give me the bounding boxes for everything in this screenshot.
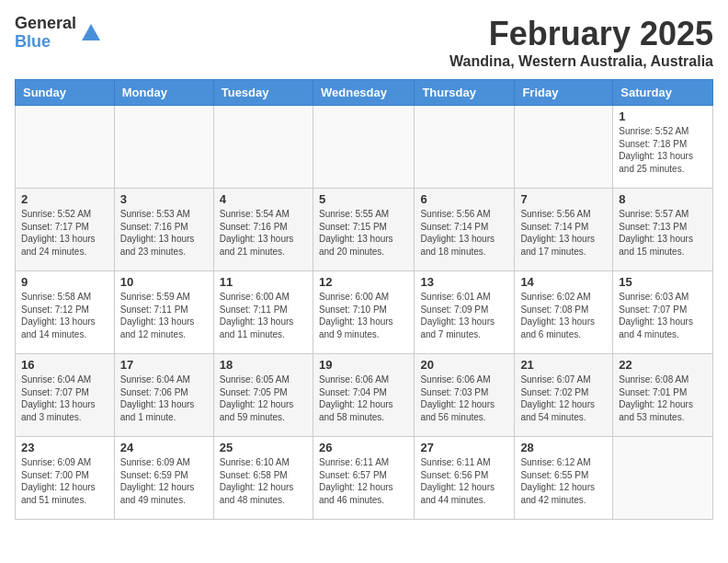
day-info: Sunrise: 5:59 AM Sunset: 7:11 PM Dayligh… [120,291,208,340]
calendar-cell: 18Sunrise: 6:05 AM Sunset: 7:05 PM Dayli… [213,354,313,437]
day-header-wednesday: Wednesday [313,80,414,106]
day-info: Sunrise: 5:52 AM Sunset: 7:18 PM Dayligh… [619,125,707,175]
day-info: Sunrise: 6:00 AM Sunset: 7:10 PM Dayligh… [319,291,408,340]
calendar-cell: 21Sunrise: 6:07 AM Sunset: 7:02 PM Dayli… [515,354,613,437]
page-header: General Blue February 2025 Wandina, West… [15,15,713,70]
day-info: Sunrise: 6:06 AM Sunset: 7:03 PM Dayligh… [420,373,508,423]
calendar-cell [16,106,115,189]
calendar-cell [515,106,613,189]
location-title: Wandina, Western Australia, Australia [449,53,713,70]
calendar-header-row: SundayMondayTuesdayWednesdayThursdayFrid… [16,80,713,106]
svg-marker-0 [82,24,100,40]
day-number: 15 [619,275,707,289]
week-row-5: 23Sunrise: 6:09 AM Sunset: 7:00 PM Dayli… [16,437,713,520]
day-number: 2 [21,192,108,206]
day-info: Sunrise: 5:54 AM Sunset: 7:16 PM Dayligh… [220,208,307,258]
day-info: Sunrise: 6:07 AM Sunset: 7:02 PM Dayligh… [520,373,607,423]
calendar-cell: 24Sunrise: 6:09 AM Sunset: 6:59 PM Dayli… [114,437,213,520]
day-info: Sunrise: 6:11 AM Sunset: 6:56 PM Dayligh… [420,456,508,506]
day-number: 4 [220,192,307,206]
day-number: 25 [220,441,307,454]
calendar-cell: 28Sunrise: 6:12 AM Sunset: 6:55 PM Dayli… [515,437,613,520]
day-number: 17 [120,358,208,372]
day-header-tuesday: Tuesday [213,80,313,106]
calendar-cell: 12Sunrise: 6:00 AM Sunset: 7:10 PM Dayli… [313,271,414,354]
calendar-cell: 2Sunrise: 5:52 AM Sunset: 7:17 PM Daylig… [16,189,115,271]
calendar-cell: 7Sunrise: 5:56 AM Sunset: 7:14 PM Daylig… [515,189,613,271]
day-info: Sunrise: 6:04 AM Sunset: 7:07 PM Dayligh… [21,373,108,423]
calendar-cell: 27Sunrise: 6:11 AM Sunset: 6:56 PM Dayli… [415,437,515,520]
calendar-cell: 11Sunrise: 6:00 AM Sunset: 7:11 PM Dayli… [213,271,313,354]
day-number: 18 [220,358,307,372]
calendar-cell: 25Sunrise: 6:10 AM Sunset: 6:58 PM Dayli… [213,437,313,520]
logo-blue-text: Blue [15,33,76,52]
calendar-cell: 26Sunrise: 6:11 AM Sunset: 6:57 PM Dayli… [313,437,414,520]
logo: General Blue [15,15,104,52]
day-number: 5 [319,192,408,206]
day-info: Sunrise: 6:06 AM Sunset: 7:04 PM Dayligh… [319,373,408,423]
calendar-cell: 10Sunrise: 5:59 AM Sunset: 7:11 PM Dayli… [114,271,213,354]
day-info: Sunrise: 6:00 AM Sunset: 7:11 PM Dayligh… [220,291,307,340]
day-info: Sunrise: 6:12 AM Sunset: 6:55 PM Dayligh… [520,456,607,506]
month-title: February 2025 [449,15,713,53]
calendar-cell [114,106,213,189]
day-header-monday: Monday [114,80,213,106]
day-info: Sunrise: 5:55 AM Sunset: 7:15 PM Dayligh… [319,208,408,258]
calendar-cell [313,106,414,189]
logo-general-text: General [15,15,76,33]
day-info: Sunrise: 6:11 AM Sunset: 6:57 PM Dayligh… [319,456,408,506]
week-row-1: 1Sunrise: 5:52 AM Sunset: 7:18 PM Daylig… [16,106,713,189]
calendar-cell: 23Sunrise: 6:09 AM Sunset: 7:00 PM Dayli… [16,437,115,520]
calendar-table: SundayMondayTuesdayWednesdayThursdayFrid… [15,79,713,520]
day-number: 23 [21,441,108,454]
day-number: 7 [520,192,607,206]
calendar-cell: 17Sunrise: 6:04 AM Sunset: 7:06 PM Dayli… [114,354,213,437]
calendar-cell: 16Sunrise: 6:04 AM Sunset: 7:07 PM Dayli… [16,354,115,437]
calendar-cell: 15Sunrise: 6:03 AM Sunset: 7:07 PM Dayli… [613,271,713,354]
day-header-sunday: Sunday [16,80,115,106]
calendar-cell: 4Sunrise: 5:54 AM Sunset: 7:16 PM Daylig… [213,189,313,271]
day-number: 19 [319,358,408,372]
day-info: Sunrise: 6:03 AM Sunset: 7:07 PM Dayligh… [619,291,707,340]
day-info: Sunrise: 6:09 AM Sunset: 7:00 PM Dayligh… [21,456,108,506]
day-number: 12 [319,275,408,289]
week-row-3: 9Sunrise: 5:58 AM Sunset: 7:12 PM Daylig… [16,271,713,354]
day-number: 11 [220,275,307,289]
calendar-cell: 3Sunrise: 5:53 AM Sunset: 7:16 PM Daylig… [114,189,213,271]
calendar-cell: 20Sunrise: 6:06 AM Sunset: 7:03 PM Dayli… [415,354,515,437]
day-info: Sunrise: 5:52 AM Sunset: 7:17 PM Dayligh… [21,208,108,258]
day-number: 24 [120,441,208,454]
week-row-2: 2Sunrise: 5:52 AM Sunset: 7:17 PM Daylig… [16,189,713,271]
day-header-saturday: Saturday [613,80,713,106]
day-number: 14 [520,275,607,289]
day-info: Sunrise: 5:53 AM Sunset: 7:16 PM Dayligh… [120,208,208,258]
day-info: Sunrise: 6:09 AM Sunset: 6:59 PM Dayligh… [120,456,208,506]
day-info: Sunrise: 6:04 AM Sunset: 7:06 PM Dayligh… [120,373,208,423]
day-number: 10 [120,275,208,289]
day-number: 28 [520,441,607,454]
calendar-cell: 5Sunrise: 5:55 AM Sunset: 7:15 PM Daylig… [313,189,414,271]
week-row-4: 16Sunrise: 6:04 AM Sunset: 7:07 PM Dayli… [16,354,713,437]
day-info: Sunrise: 5:56 AM Sunset: 7:14 PM Dayligh… [420,208,508,258]
day-info: Sunrise: 6:10 AM Sunset: 6:58 PM Dayligh… [220,456,307,506]
day-number: 1 [619,109,707,123]
day-number: 20 [420,358,508,372]
calendar-cell: 19Sunrise: 6:06 AM Sunset: 7:04 PM Dayli… [313,354,414,437]
day-number: 13 [420,275,508,289]
calendar-cell: 9Sunrise: 5:58 AM Sunset: 7:12 PM Daylig… [16,271,115,354]
day-number: 26 [319,441,408,454]
calendar-cell: 1Sunrise: 5:52 AM Sunset: 7:18 PM Daylig… [613,106,713,189]
day-number: 22 [619,358,707,372]
day-info: Sunrise: 6:01 AM Sunset: 7:09 PM Dayligh… [420,291,508,340]
calendar-cell [213,106,313,189]
day-number: 8 [619,192,707,206]
day-number: 3 [120,192,208,206]
day-info: Sunrise: 6:05 AM Sunset: 7:05 PM Dayligh… [220,373,307,423]
day-number: 6 [420,192,508,206]
day-number: 27 [420,441,508,454]
calendar-cell [415,106,515,189]
calendar-cell: 6Sunrise: 5:56 AM Sunset: 7:14 PM Daylig… [415,189,515,271]
calendar-cell [613,437,713,520]
calendar-cell: 14Sunrise: 6:02 AM Sunset: 7:08 PM Dayli… [515,271,613,354]
day-number: 21 [520,358,607,372]
